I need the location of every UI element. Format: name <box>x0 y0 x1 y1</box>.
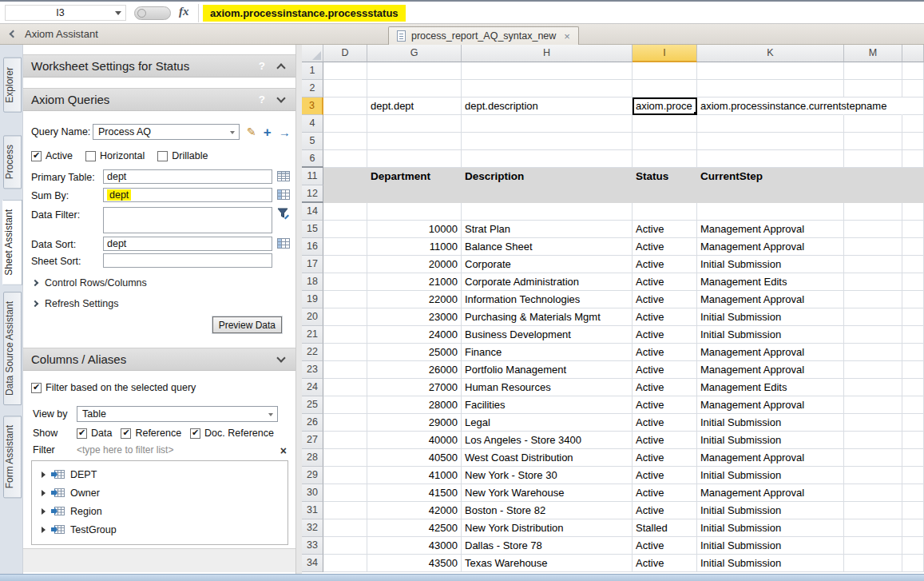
side-tab-process[interactable]: Process <box>3 135 22 189</box>
help-icon[interactable]: ? <box>259 89 265 111</box>
cell-H20[interactable]: Purchasing & Materials Mgmt <box>462 308 633 326</box>
cell-I24[interactable]: Active <box>633 379 697 396</box>
close-tab-icon[interactable]: × <box>564 31 570 42</box>
expand-arrow-icon[interactable] <box>42 508 46 515</box>
cell-G24[interactable]: 27000 <box>367 379 462 396</box>
cell-D17[interactable] <box>323 256 367 273</box>
expand-arrow-icon[interactable] <box>42 472 46 478</box>
checkbox-doc-reference[interactable]: Doc. Reference <box>190 428 274 439</box>
cell-K17[interactable]: Initial Submission <box>697 256 844 273</box>
row-header-26[interactable]: 26 <box>302 414 323 432</box>
cell-G16[interactable]: 11000 <box>367 238 462 256</box>
cell-I33[interactable]: Active <box>633 537 697 555</box>
cell-M2[interactable] <box>844 80 902 97</box>
cell-K24[interactable]: Management Edits <box>697 379 844 396</box>
cell-H17[interactable]: Corporate <box>462 256 633 273</box>
row-header-34[interactable]: 34 <box>302 555 323 572</box>
cell-M21[interactable] <box>844 326 902 344</box>
cell-D20[interactable] <box>323 308 367 326</box>
cell-D2[interactable] <box>323 80 367 97</box>
cell-D22[interactable] <box>323 344 367 361</box>
cell-G23[interactable]: 26000 <box>367 361 462 379</box>
row-header-15[interactable]: 15 <box>302 221 323 238</box>
checkbox-data[interactable]: Data <box>77 428 112 439</box>
row-header-18[interactable]: 18 <box>302 273 323 291</box>
cell-K6[interactable] <box>697 150 844 168</box>
cell-G2[interactable] <box>367 80 462 97</box>
cell-M1[interactable] <box>844 62 902 80</box>
cell-I19[interactable]: Active <box>633 291 697 308</box>
cell-I20[interactable]: Active <box>633 308 697 326</box>
cell-M33[interactable] <box>844 537 902 555</box>
cell-G6[interactable] <box>367 150 462 168</box>
cell-H34[interactable]: Texas Warehouse <box>462 555 633 572</box>
view-by-select[interactable]: Table <box>77 406 278 422</box>
row-header-6[interactable]: 6 <box>302 150 323 168</box>
cell-K25[interactable]: Management Approval <box>697 396 844 414</box>
cell-H27[interactable]: Los Angeles - Store 3400 <box>462 432 633 449</box>
cell-D16[interactable] <box>323 238 367 256</box>
chevron-down-icon[interactable] <box>276 94 285 102</box>
grid-select-all-corner[interactable] <box>302 45 323 62</box>
cell-K21[interactable]: Initial Submission <box>697 326 844 344</box>
cell-M6[interactable] <box>844 150 902 168</box>
cell-I3[interactable]: axiom.proce <box>633 97 697 115</box>
cell-I6[interactable] <box>633 150 697 168</box>
cell-H31[interactable]: Boston - Store 82 <box>462 502 633 519</box>
row-header-29[interactable]: 29 <box>302 467 323 484</box>
primary-table-input[interactable]: dept <box>103 169 272 184</box>
row-header-23[interactable]: 23 <box>302 361 323 379</box>
cell-H4[interactable] <box>462 115 633 133</box>
column-header-G[interactable]: G <box>367 45 462 62</box>
cell-I2[interactable] <box>633 80 697 97</box>
cell-D28[interactable] <box>323 449 367 467</box>
cell-G5[interactable] <box>367 133 462 150</box>
cell-D25[interactable] <box>323 396 367 414</box>
cell-I17[interactable]: Active <box>633 256 697 273</box>
cell-H28[interactable]: West Coast Distribution <box>462 449 633 467</box>
cell-G17[interactable]: 20000 <box>367 256 462 273</box>
expander-refresh-settings[interactable]: Refresh Settings <box>33 298 295 309</box>
cell-M28[interactable] <box>844 449 902 467</box>
cell-D11[interactable] <box>323 168 367 185</box>
row-header-17[interactable]: 17 <box>302 256 323 273</box>
cell-H2[interactable] <box>462 80 633 97</box>
cell-H6[interactable] <box>462 150 633 168</box>
filter-list-input[interactable]: <type here to filter list> <box>77 444 173 456</box>
cell-H16[interactable]: Balance Sheet <box>462 238 633 256</box>
cell-M11[interactable] <box>844 168 902 185</box>
cell-D14[interactable] <box>323 203 367 221</box>
expand-arrow-icon[interactable] <box>42 527 46 533</box>
cell-D24[interactable] <box>323 379 367 396</box>
cell-K1[interactable] <box>697 62 844 80</box>
cell-K23[interactable]: Management Approval <box>697 361 844 379</box>
cell-M27[interactable] <box>844 432 902 449</box>
cell-D15[interactable] <box>323 221 367 238</box>
clear-filter-icon[interactable]: × <box>280 445 287 456</box>
cell-G1[interactable] <box>367 62 462 80</box>
chevron-down-icon[interactable] <box>276 353 285 362</box>
cell-G20[interactable]: 23000 <box>367 308 462 326</box>
cell-G19[interactable]: 22000 <box>367 291 462 308</box>
expander-control-rows-columns[interactable]: Control Rows/Columns <box>33 277 295 289</box>
cell-H14[interactable] <box>462 203 633 221</box>
cell-I27[interactable]: Active <box>633 432 697 449</box>
data-filter-input[interactable] <box>103 207 272 233</box>
cell-I4[interactable] <box>633 115 697 133</box>
back-chevron-icon[interactable] <box>10 30 18 38</box>
sheet-sort-input[interactable] <box>103 253 272 268</box>
cell-K29[interactable]: Initial Submission <box>697 467 844 484</box>
cell-G28[interactable]: 40500 <box>367 449 462 467</box>
section-worksheet-settings[interactable]: Worksheet Settings for Status ? <box>23 54 295 78</box>
cell-M5[interactable] <box>844 133 902 150</box>
cell-D31[interactable] <box>323 502 367 519</box>
section-columns-aliases[interactable]: Columns / Aliases <box>23 348 295 371</box>
cell-D26[interactable] <box>323 414 367 432</box>
cell-M20[interactable] <box>844 308 902 326</box>
cell-D21[interactable] <box>323 326 367 344</box>
cell-I34[interactable]: Active <box>633 555 697 572</box>
row-header-3[interactable]: 3 <box>302 97 323 115</box>
cell-K4[interactable] <box>697 115 844 133</box>
cell-I11[interactable]: Status <box>633 168 697 185</box>
cell-I32[interactable]: Stalled <box>633 519 697 537</box>
